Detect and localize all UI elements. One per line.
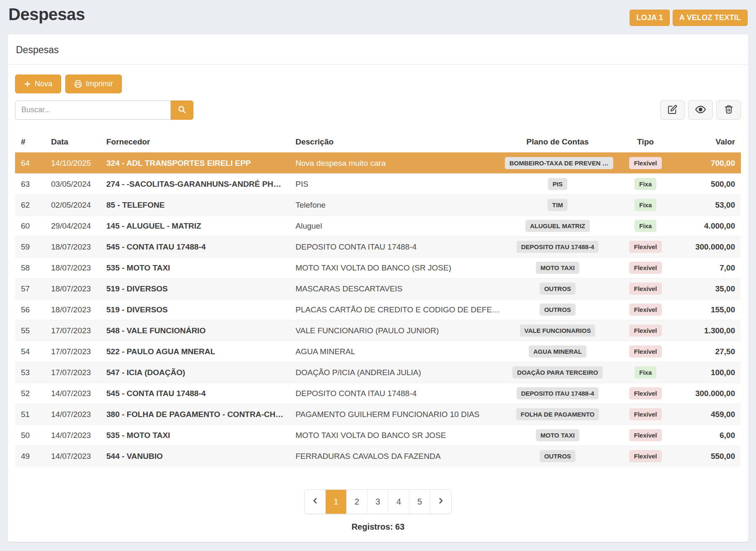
plan-badge: OUTROS (540, 450, 576, 462)
row-description: FERRADURAS CAVALOS DA FAZENDA (290, 446, 499, 467)
row-actions (660, 100, 741, 120)
table-row[interactable]: 5818/07/2023535 - MOTO TAXIMOTO TAXI VOL… (15, 257, 741, 278)
delete-button[interactable] (716, 100, 741, 120)
pagination-page-3[interactable]: 3 (368, 490, 388, 514)
row-supplier: 324 - ADL TRANSPORTES EIRELI EPP (100, 153, 290, 174)
column-header: Tipo (616, 137, 675, 153)
type-badge: Flexível (629, 345, 661, 358)
row-id: 54 (15, 341, 45, 362)
table-row[interactable]: 5517/07/2023548 - VALE FUNCIONÁRIOVALE F… (15, 320, 741, 341)
row-type: Fixa (616, 195, 675, 216)
table-row[interactable]: 6303/05/2024274 - -SACOLITAS-GARANHUNS-A… (15, 174, 741, 195)
search-button[interactable] (171, 100, 193, 120)
pagination-page-4[interactable]: 4 (388, 490, 409, 514)
column-header: Valor (675, 137, 741, 153)
row-description: DEPOSITO CONTA ITAU 17488-4 (290, 383, 499, 404)
row-id: 59 (15, 237, 45, 257)
row-date: 02/05/2024 (45, 195, 100, 216)
row-plan: BOMBEIRO-TAXA DE PREVEN … (499, 153, 616, 174)
chevron-left-icon (311, 497, 319, 507)
table-row[interactable]: 5114/07/2023380 - FOLHA DE PAGAMENTO - C… (15, 404, 741, 425)
table-row[interactable]: 5918/07/2023545 - CONTA ITAU 17488-4DEPO… (15, 237, 741, 257)
row-type: Flexível (616, 404, 675, 425)
row-value: 100,00 (675, 362, 741, 383)
row-plan: VALE FUNCIONARIOS (499, 320, 616, 341)
table-row[interactable]: 6414/10/2025324 - ADL TRANSPORTES EIRELI… (15, 153, 741, 174)
pagination-next[interactable] (430, 490, 451, 514)
trash-icon (724, 105, 733, 115)
plan-badge: PIS (548, 178, 567, 190)
pagination-prev[interactable] (305, 490, 326, 514)
table-row[interactable]: 5214/07/2023545 - CONTA ITAU 17488-4DEPO… (15, 383, 741, 404)
row-value: 7,00 (675, 257, 741, 278)
eye-icon (695, 104, 706, 116)
table-row[interactable]: 5417/07/2023522 - PAULO AGUA MNERALAGUA … (15, 341, 741, 362)
row-date: 17/07/2023 (45, 320, 100, 341)
row-date: 29/04/2024 (45, 216, 100, 237)
search-input[interactable] (15, 100, 171, 120)
row-type: Flexível (616, 278, 675, 299)
row-value: 700,00 (675, 153, 741, 174)
edit-icon (668, 105, 677, 116)
row-supplier: 85 - TELEFONE (100, 195, 290, 216)
row-supplier: 545 - CONTA ITAU 17488-4 (100, 383, 290, 404)
row-value: 1.300,00 (675, 320, 741, 341)
row-date: 17/07/2023 (45, 362, 100, 383)
row-value: 53,00 (675, 195, 741, 216)
type-badge: Flexível (629, 387, 661, 399)
table-row[interactable]: 6202/05/202485 - TELEFONETelefoneTIMFixa… (15, 195, 741, 216)
row-description: VALE FUNCIONARIO (PAULO JUNIOR) (290, 320, 499, 341)
type-badge: Flexível (629, 408, 661, 420)
row-id: 62 (15, 195, 45, 216)
row-plan: OUTROS (499, 299, 616, 320)
row-id: 51 (15, 404, 45, 425)
row-type: Flexível (616, 257, 675, 278)
row-value: 35,00 (675, 278, 741, 299)
row-value: 27,50 (675, 341, 741, 362)
row-date: 14/10/2025 (45, 153, 100, 174)
column-header: Plano de Contas (499, 137, 616, 153)
edit-button[interactable] (660, 100, 685, 120)
company-button[interactable]: A VELOZ TEXTIL (673, 10, 748, 26)
row-description: PAGAMENTO GUILHERM FUNCIONARIO 10 DIAS (290, 404, 499, 425)
row-plan: DEPOSITO ITAU 17488-4 (499, 237, 616, 257)
table-header: #DataFornecedorDescriçãoPlano de ContasT… (15, 137, 741, 153)
table-row[interactable]: 5618/07/2023519 - DIVERSOSPLACAS CARTÃO … (15, 299, 741, 320)
new-expense-button[interactable]: Nova (15, 75, 61, 93)
view-button[interactable] (688, 100, 713, 120)
store-button[interactable]: LOJA 1 (630, 10, 670, 26)
pagination-page-2[interactable]: 2 (347, 490, 368, 514)
row-description: Telefone (290, 195, 499, 216)
row-plan: DEPOSITO ITAU 17488-4 (499, 383, 616, 404)
search-icon (177, 105, 186, 115)
table-row[interactable]: 5317/07/2023547 - ICIA (DOAÇÃO)DOAÇÃO P/… (15, 362, 741, 383)
column-header: # (15, 137, 45, 153)
table-row[interactable]: 5014/07/2023535 - MOTO TAXIMOTO TAXI VOL… (15, 425, 741, 446)
row-supplier: 535 - MOTO TAXI (100, 257, 290, 278)
row-plan: ALUGUEL MATRIZ (499, 216, 616, 237)
table-row[interactable]: 5718/07/2023519 - DIVERSOSMASCARAS DESCA… (15, 278, 741, 299)
print-button[interactable]: Imprimir (65, 75, 122, 93)
row-plan: TIM (499, 195, 616, 216)
column-header: Data (45, 137, 100, 153)
row-type: Flexível (616, 320, 675, 341)
row-date: 18/07/2023 (45, 278, 100, 299)
pagination-page-5[interactable]: 5 (409, 490, 430, 514)
plan-badge: DEPOSITO ITAU 17488-4 (517, 387, 599, 399)
pagination-page-1[interactable]: 1 (326, 490, 347, 514)
row-date: 14/07/2023 (45, 383, 100, 404)
row-type: Flexível (616, 341, 675, 362)
row-date: 14/07/2023 (45, 404, 100, 425)
plan-badge: FOLHA DE PAGAMENTO (516, 408, 599, 420)
row-value: 550,00 (675, 446, 741, 467)
row-description: MASCARAS DESCARTAVEIS (290, 278, 499, 299)
table-row[interactable]: 4914/07/2023544 - VANUBIOFERRADURAS CAVA… (15, 446, 741, 467)
type-badge: Fixa (635, 366, 656, 378)
row-plan: OUTROS (499, 446, 616, 467)
plan-badge: MOTO TAXI (536, 262, 579, 274)
table-row[interactable]: 6029/04/2024145 - ALUGUEL - MATRIZAlugue… (15, 216, 741, 237)
expenses-table: #DataFornecedorDescriçãoPlano de ContasT… (15, 137, 741, 467)
row-date: 17/07/2023 (45, 341, 100, 362)
row-type: Fixa (616, 174, 675, 195)
plan-badge: OUTROS (540, 304, 576, 316)
